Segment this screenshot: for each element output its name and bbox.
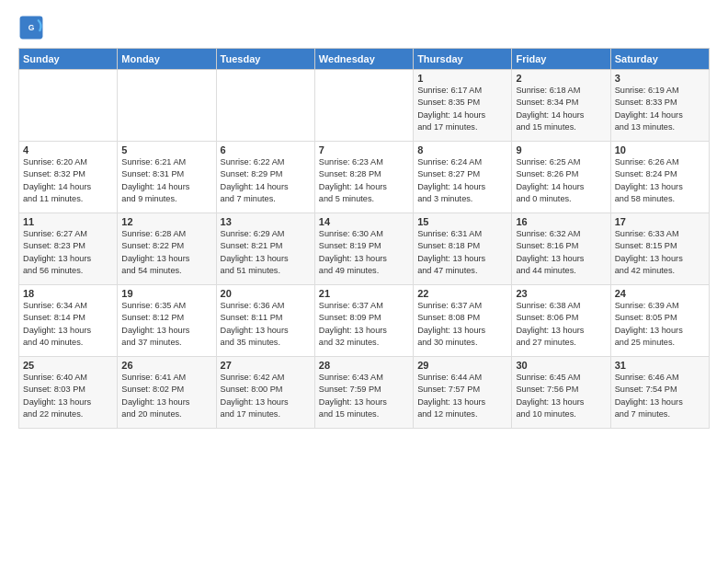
day-number: 22 bbox=[417, 288, 507, 299]
day-number: 9 bbox=[516, 144, 606, 155]
day-cell: 6Sunrise: 6:22 AM Sunset: 8:29 PM Daylig… bbox=[216, 142, 314, 213]
day-info: Sunrise: 6:26 AM Sunset: 8:24 PM Dayligh… bbox=[615, 156, 705, 205]
day-info: Sunrise: 6:23 AM Sunset: 8:28 PM Dayligh… bbox=[319, 156, 409, 205]
day-number: 12 bbox=[121, 216, 211, 227]
day-cell bbox=[216, 70, 314, 142]
day-cell: 13Sunrise: 6:29 AM Sunset: 8:21 PM Dayli… bbox=[216, 213, 314, 285]
day-cell: 29Sunrise: 6:44 AM Sunset: 7:57 PM Dayli… bbox=[414, 357, 512, 429]
day-cell: 14Sunrise: 6:30 AM Sunset: 8:19 PM Dayli… bbox=[314, 213, 413, 285]
day-cell: 1Sunrise: 6:17 AM Sunset: 8:35 PM Daylig… bbox=[414, 70, 512, 142]
header-day: Monday bbox=[118, 49, 216, 70]
day-number: 31 bbox=[615, 360, 705, 371]
day-cell: 9Sunrise: 6:25 AM Sunset: 8:26 PM Daylig… bbox=[512, 142, 610, 213]
header-day: Sunday bbox=[19, 49, 118, 70]
header-day: Wednesday bbox=[314, 49, 413, 70]
day-number: 23 bbox=[516, 288, 606, 299]
day-number: 18 bbox=[23, 288, 113, 299]
day-info: Sunrise: 6:44 AM Sunset: 7:57 PM Dayligh… bbox=[417, 372, 507, 420]
day-cell: 2Sunrise: 6:18 AM Sunset: 8:34 PM Daylig… bbox=[512, 70, 610, 142]
day-number: 1 bbox=[417, 73, 507, 84]
day-info: Sunrise: 6:30 AM Sunset: 8:19 PM Dayligh… bbox=[319, 228, 409, 277]
day-number: 26 bbox=[121, 360, 211, 371]
day-info: Sunrise: 6:33 AM Sunset: 8:15 PM Dayligh… bbox=[615, 228, 705, 277]
day-info: Sunrise: 6:41 AM Sunset: 8:02 PM Dayligh… bbox=[121, 372, 211, 420]
day-cell: 25Sunrise: 6:40 AM Sunset: 8:03 PM Dayli… bbox=[19, 357, 118, 429]
day-number: 13 bbox=[221, 216, 311, 227]
day-cell: 23Sunrise: 6:38 AM Sunset: 8:06 PM Dayli… bbox=[512, 285, 610, 357]
day-number: 5 bbox=[121, 144, 211, 155]
day-number: 27 bbox=[221, 360, 311, 371]
header-day: Saturday bbox=[610, 49, 709, 70]
day-info: Sunrise: 6:43 AM Sunset: 7:59 PM Dayligh… bbox=[319, 372, 409, 420]
header-day: Thursday bbox=[414, 49, 512, 70]
day-cell: 18Sunrise: 6:34 AM Sunset: 8:14 PM Dayli… bbox=[19, 285, 118, 357]
day-number: 3 bbox=[615, 73, 705, 84]
day-info: Sunrise: 6:28 AM Sunset: 8:22 PM Dayligh… bbox=[121, 228, 211, 277]
day-info: Sunrise: 6:39 AM Sunset: 8:05 PM Dayligh… bbox=[615, 300, 705, 349]
day-cell: 24Sunrise: 6:39 AM Sunset: 8:05 PM Dayli… bbox=[610, 285, 709, 357]
day-cell bbox=[314, 70, 413, 142]
day-info: Sunrise: 6:24 AM Sunset: 8:27 PM Dayligh… bbox=[417, 156, 507, 205]
day-info: Sunrise: 6:31 AM Sunset: 8:18 PM Dayligh… bbox=[417, 228, 507, 277]
day-cell: 30Sunrise: 6:45 AM Sunset: 7:56 PM Dayli… bbox=[512, 357, 610, 429]
day-cell bbox=[118, 70, 216, 142]
day-number: 15 bbox=[417, 216, 507, 227]
day-info: Sunrise: 6:38 AM Sunset: 8:06 PM Dayligh… bbox=[516, 300, 606, 349]
day-info: Sunrise: 6:18 AM Sunset: 8:34 PM Dayligh… bbox=[516, 85, 606, 133]
logo-icon: G bbox=[18, 15, 44, 40]
day-number: 20 bbox=[221, 288, 311, 299]
week-row: 25Sunrise: 6:40 AM Sunset: 8:03 PM Dayli… bbox=[19, 357, 710, 429]
week-row: 4Sunrise: 6:20 AM Sunset: 8:32 PM Daylig… bbox=[19, 142, 710, 213]
header: G bbox=[18, 15, 710, 40]
day-info: Sunrise: 6:45 AM Sunset: 7:56 PM Dayligh… bbox=[516, 372, 606, 420]
day-cell: 26Sunrise: 6:41 AM Sunset: 8:02 PM Dayli… bbox=[118, 357, 216, 429]
day-cell: 8Sunrise: 6:24 AM Sunset: 8:27 PM Daylig… bbox=[414, 142, 512, 213]
week-row: 18Sunrise: 6:34 AM Sunset: 8:14 PM Dayli… bbox=[19, 285, 710, 357]
day-number: 11 bbox=[23, 216, 113, 227]
day-number: 14 bbox=[319, 216, 409, 227]
day-info: Sunrise: 6:20 AM Sunset: 8:32 PM Dayligh… bbox=[23, 156, 113, 205]
day-number: 8 bbox=[417, 144, 507, 155]
day-number: 28 bbox=[319, 360, 409, 371]
day-cell: 15Sunrise: 6:31 AM Sunset: 8:18 PM Dayli… bbox=[414, 213, 512, 285]
day-info: Sunrise: 6:36 AM Sunset: 8:11 PM Dayligh… bbox=[221, 300, 311, 349]
day-info: Sunrise: 6:46 AM Sunset: 7:54 PM Dayligh… bbox=[615, 372, 705, 420]
day-info: Sunrise: 6:37 AM Sunset: 8:09 PM Dayligh… bbox=[319, 300, 409, 349]
day-cell: 22Sunrise: 6:37 AM Sunset: 8:08 PM Dayli… bbox=[414, 285, 512, 357]
day-cell: 5Sunrise: 6:21 AM Sunset: 8:31 PM Daylig… bbox=[118, 142, 216, 213]
day-number: 29 bbox=[417, 360, 507, 371]
day-cell: 31Sunrise: 6:46 AM Sunset: 7:54 PM Dayli… bbox=[610, 357, 709, 429]
day-info: Sunrise: 6:34 AM Sunset: 8:14 PM Dayligh… bbox=[23, 300, 113, 349]
day-number: 4 bbox=[23, 144, 113, 155]
day-cell: 19Sunrise: 6:35 AM Sunset: 8:12 PM Dayli… bbox=[118, 285, 216, 357]
day-info: Sunrise: 6:35 AM Sunset: 8:12 PM Dayligh… bbox=[121, 300, 211, 349]
day-cell: 10Sunrise: 6:26 AM Sunset: 8:24 PM Dayli… bbox=[610, 142, 709, 213]
day-cell: 12Sunrise: 6:28 AM Sunset: 8:22 PM Dayli… bbox=[118, 213, 216, 285]
day-cell: 20Sunrise: 6:36 AM Sunset: 8:11 PM Dayli… bbox=[216, 285, 314, 357]
day-info: Sunrise: 6:25 AM Sunset: 8:26 PM Dayligh… bbox=[516, 156, 606, 205]
header-day: Tuesday bbox=[216, 49, 314, 70]
day-cell: 27Sunrise: 6:42 AM Sunset: 8:00 PM Dayli… bbox=[216, 357, 314, 429]
day-cell bbox=[19, 70, 118, 142]
svg-text:G: G bbox=[28, 23, 35, 32]
day-number: 30 bbox=[516, 360, 606, 371]
header-day: Friday bbox=[512, 49, 610, 70]
day-number: 2 bbox=[516, 73, 606, 84]
day-cell: 21Sunrise: 6:37 AM Sunset: 8:09 PM Dayli… bbox=[314, 285, 413, 357]
day-info: Sunrise: 6:27 AM Sunset: 8:23 PM Dayligh… bbox=[23, 228, 113, 277]
day-info: Sunrise: 6:37 AM Sunset: 8:08 PM Dayligh… bbox=[417, 300, 507, 349]
day-info: Sunrise: 6:19 AM Sunset: 8:33 PM Dayligh… bbox=[615, 85, 705, 133]
week-row: 11Sunrise: 6:27 AM Sunset: 8:23 PM Dayli… bbox=[19, 213, 710, 285]
day-number: 24 bbox=[615, 288, 705, 299]
header-row: SundayMondayTuesdayWednesdayThursdayFrid… bbox=[19, 49, 710, 70]
day-number: 21 bbox=[319, 288, 409, 299]
day-cell: 11Sunrise: 6:27 AM Sunset: 8:23 PM Dayli… bbox=[19, 213, 118, 285]
day-cell: 3Sunrise: 6:19 AM Sunset: 8:33 PM Daylig… bbox=[610, 70, 709, 142]
calendar-page: G SundayMondayTuesdayWednesdayThursdayFr… bbox=[0, 0, 728, 563]
day-cell: 17Sunrise: 6:33 AM Sunset: 8:15 PM Dayli… bbox=[610, 213, 709, 285]
week-row: 1Sunrise: 6:17 AM Sunset: 8:35 PM Daylig… bbox=[19, 70, 710, 142]
day-info: Sunrise: 6:42 AM Sunset: 8:00 PM Dayligh… bbox=[221, 372, 311, 420]
day-number: 25 bbox=[23, 360, 113, 371]
day-cell: 7Sunrise: 6:23 AM Sunset: 8:28 PM Daylig… bbox=[314, 142, 413, 213]
day-info: Sunrise: 6:40 AM Sunset: 8:03 PM Dayligh… bbox=[23, 372, 113, 420]
